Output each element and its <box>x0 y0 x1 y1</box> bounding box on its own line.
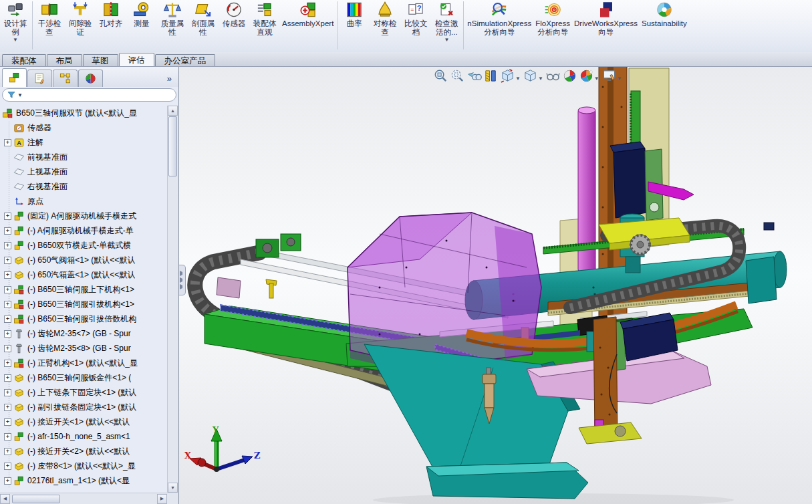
expand-toggle[interactable]: + <box>4 301 11 308</box>
tree-filter-field[interactable]: ▼ <box>2 88 176 102</box>
previous-view-button[interactable] <box>466 68 482 84</box>
panel-tab-feature-manager[interactable] <box>2 68 27 87</box>
clearance-verify-button[interactable]: 间隙验 证 <box>65 0 96 51</box>
panel-tab-display-manager[interactable] <box>78 70 103 87</box>
tree-item[interactable]: 前视基准面 <box>0 150 167 164</box>
measure-button[interactable]: 测量 <box>126 0 157 51</box>
tree-item[interactable]: +(-) 齿轮M2-35<8> (GB - Spur <box>0 341 167 356</box>
mass-properties-button[interactable]: 质量属 性 <box>157 0 188 51</box>
expand-toggle[interactable]: + <box>4 139 11 146</box>
tree-item[interactable]: +(-) 正臂机构<1> (默认<默认_显 <box>0 356 167 370</box>
zoom-area-icon <box>450 68 465 84</box>
command-tab-layout[interactable]: 布局 <box>47 54 82 66</box>
command-tab-office-products[interactable]: 办公室产品 <box>155 54 216 66</box>
property-manager-icon <box>33 72 46 85</box>
expand-toggle[interactable]: + <box>4 360 11 367</box>
command-tab-assembly[interactable]: 装配体 <box>2 54 46 66</box>
expand-toggle[interactable]: + <box>4 448 11 455</box>
tree-item[interactable]: +(-) B650三轴伺服钣金件<1> ( <box>0 370 167 385</box>
section-view-button[interactable] <box>483 68 499 84</box>
expand-toggle[interactable]: + <box>4 374 11 382</box>
tree-item[interactable]: B650三轴伺服双节 (默认<默认_显 <box>0 106 167 120</box>
hole-alignment-button[interactable]: 孔对齐 <box>96 0 126 51</box>
driveworksxpress-button[interactable]: DriveWorksXpress 向导 <box>572 0 640 51</box>
tree-item[interactable]: +(-) B650双节横走式-单截式横 <box>0 238 167 253</box>
tree-item[interactable]: +(-) 齿轮M2-35<7> (GB - Spur <box>0 326 167 341</box>
curvature-button[interactable]: 曲率 <box>339 0 370 51</box>
sustainability-button[interactable]: Sustainability <box>640 0 689 51</box>
tree-item[interactable]: 原点 <box>0 194 167 209</box>
expand-toggle[interactable]: + <box>4 330 11 338</box>
edit-appearance-button[interactable] <box>562 68 577 84</box>
expand-toggle[interactable]: + <box>4 433 11 440</box>
tree-item[interactable]: +(固定) A伺服驱动机械手横走式 <box>0 209 167 223</box>
assembly-xpert-button[interactable]: AssemblyXpert <box>280 0 335 51</box>
design-study-button[interactable]: 设计算 例▼ <box>0 0 31 51</box>
section-properties-button[interactable]: 剖面属 性 <box>188 0 219 51</box>
filter-dropdown-arrow-icon[interactable]: ▼ <box>17 92 23 98</box>
hide-show-items-button[interactable] <box>545 68 561 84</box>
tree-item[interactable]: +A注解 <box>0 135 167 150</box>
display-style-button[interactable]: ▼ <box>523 68 544 84</box>
expand-toggle[interactable]: + <box>4 286 11 293</box>
check-active-button[interactable]: 检查激 活的...▼ <box>431 0 462 51</box>
tree-item[interactable]: 传感器 <box>0 120 167 135</box>
tree-item[interactable]: +(-) A伺服驱动机械手横走式-单 <box>0 223 167 238</box>
expand-toggle[interactable]: + <box>4 213 11 220</box>
expand-toggle[interactable]: + <box>4 404 11 411</box>
horizontal-scroll-thumb[interactable] <box>12 495 60 503</box>
expand-toggle[interactable]: + <box>4 463 11 470</box>
scroll-right-button[interactable]: ▶ <box>157 494 167 504</box>
tree-item[interactable]: 右视基准面 <box>0 179 167 194</box>
expand-toggle[interactable]: + <box>4 477 11 485</box>
tree-item[interactable]: +(-) 接近开关<1> (默认<<默认 <box>0 414 167 429</box>
panel-tab-property-manager[interactable] <box>27 70 52 87</box>
tree-horizontal-scrollbar[interactable]: ◀ ▶ <box>0 493 167 504</box>
tree-item[interactable]: +(-) afr-150-h_none_5_asm<1 <box>0 429 167 444</box>
tree-item[interactable]: +(-) 接近开关<2> (默认<<默认 <box>0 444 167 459</box>
tree-vertical-scrollbar[interactable]: ▲ ▼ <box>167 106 178 493</box>
scroll-left-button[interactable]: ◀ <box>0 494 10 504</box>
expand-toggle[interactable]: + <box>4 418 11 426</box>
expand-toggle[interactable]: + <box>4 271 11 279</box>
sensor-button[interactable]: 传感器 <box>219 0 249 51</box>
panel-splitter-grip[interactable] <box>179 265 186 295</box>
triad-y-label: Y <box>212 425 219 435</box>
expand-toggle[interactable]: + <box>4 242 11 249</box>
tree-item[interactable]: +(-) 上下链条下固定块<1> (默认 <box>0 385 167 400</box>
command-tab-sketch[interactable]: 草图 <box>83 54 118 66</box>
scroll-down-button[interactable]: ▼ <box>168 483 178 493</box>
panel-tab-configuration-manager[interactable] <box>53 70 78 87</box>
expand-toggle[interactable]: + <box>4 345 11 352</box>
scroll-up-button[interactable]: ▲ <box>168 106 178 116</box>
tree-item[interactable]: +(-) B650三轴伺服上下机构<1> <box>0 282 167 297</box>
tree-item[interactable]: +(-) 650气阀箱<1> (默认<<默认 <box>0 253 167 267</box>
tree-item[interactable]: +(-) 副引拔链条固定块<1> (默认 <box>0 400 167 414</box>
tree-item[interactable]: +(-) B650三轴伺服引拔倍数机构 <box>0 311 167 326</box>
simulationxpress-button[interactable]: nSimulationXpress 分析向导 <box>465 0 533 51</box>
tree-item[interactable]: +(-) 650汽箱盖<1> (默认<<默认 <box>0 267 167 282</box>
tree-item[interactable]: +02176tl_asm_1<1> (默认<显 <box>0 473 167 488</box>
view-settings-button[interactable]: ▼ <box>601 68 623 84</box>
cad-model[interactable]: L <box>179 67 812 504</box>
interference-check-button[interactable]: 干涉检 查 <box>34 0 65 51</box>
expand-toggle[interactable]: + <box>4 227 11 235</box>
assembly-visualization-button[interactable]: 装配体 直观 <box>249 0 280 51</box>
expand-toggle[interactable]: + <box>4 389 11 396</box>
view-orientation-button[interactable]: ▼ <box>500 68 521 84</box>
panel-overflow-chevron[interactable]: » <box>167 74 176 87</box>
expand-toggle[interactable]: + <box>4 257 11 264</box>
zoom-fit-button[interactable] <box>433 68 448 84</box>
graphics-viewport[interactable]: L <box>179 67 812 504</box>
apply-scene-button[interactable]: ▼ <box>579 68 600 84</box>
floxpress-button[interactable]: FloXpress 分析向导 <box>533 0 572 51</box>
zoom-area-button[interactable] <box>450 68 465 84</box>
expand-toggle[interactable]: + <box>4 316 11 323</box>
command-tab-evaluate[interactable]: 评估 <box>119 53 154 66</box>
tree-item[interactable]: +(-) B650三轴伺服引拔机构<1> <box>0 297 167 311</box>
symmetry-check-button[interactable]: 对称检 查 <box>370 0 400 51</box>
vertical-scroll-thumb[interactable] <box>168 116 177 176</box>
compare-documents-button[interactable]: =?比较文 档 <box>400 0 431 51</box>
tree-item[interactable]: 上视基准面 <box>0 164 167 179</box>
tree-item[interactable]: +(-) 皮带8<1> (默认<<默认>_显 <box>0 459 167 473</box>
